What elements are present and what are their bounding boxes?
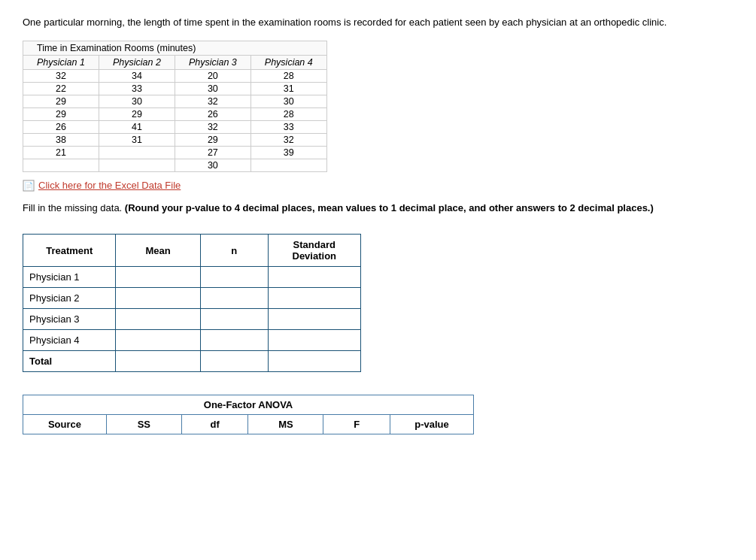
stats-std-input-2[interactable] [269, 309, 360, 329]
data-cell-2-2: 32 [175, 95, 250, 107]
data-cell-4-3: 33 [250, 120, 326, 133]
stats-std-input-3[interactable] [269, 330, 360, 350]
data-cell-6-1 [99, 146, 175, 159]
data-table-wrapper: Time in Examination Rooms (minutes) Phys… [23, 41, 733, 172]
data-cell-5-0: 38 [23, 133, 99, 146]
stats-std-4[interactable] [268, 351, 360, 372]
stats-mean-input-0[interactable] [116, 267, 199, 287]
stats-n-input-4[interactable] [201, 351, 268, 371]
data-cell-3-1: 29 [99, 107, 175, 120]
data-cell-0-0: 32 [23, 69, 99, 82]
stats-n-input-3[interactable] [201, 330, 268, 350]
col-header-ph1: Physician 1 [23, 55, 99, 69]
stats-mean-input-4[interactable] [116, 351, 199, 371]
data-cell-7-0 [23, 159, 99, 171]
data-cell-5-2: 29 [175, 133, 250, 146]
stats-std-input-0[interactable] [269, 267, 360, 287]
anova-col-df: df [181, 415, 248, 434]
stats-std-2[interactable] [268, 309, 360, 330]
col-header-ph4: Physician 4 [250, 55, 326, 69]
excel-link[interactable]: 📄 Click here for the Excel Data File [23, 180, 733, 192]
anova-table: Source SS df MS F p-value [23, 414, 474, 434]
stats-std-1[interactable] [268, 288, 360, 309]
anova-table-wrapper: One-Factor ANOVA Source SS df MS F p-val… [23, 395, 474, 434]
data-cell-0-2: 20 [175, 69, 250, 82]
data-cell-6-3: 39 [250, 146, 326, 159]
stats-col-mean: Mean [116, 235, 200, 267]
anova-col-ms: MS [248, 415, 323, 434]
fill-in-text: Fill in the missing data. (Round your p-… [23, 201, 733, 216]
stats-n-0[interactable] [200, 267, 268, 288]
data-cell-7-3 [250, 159, 326, 171]
data-cell-7-2: 30 [175, 159, 250, 171]
intro-text: One particular morning, the length of ti… [23, 15, 733, 30]
stats-label-2: Physician 3 [23, 309, 116, 330]
fill-in-bold: (Round your p-value to 4 decimal places,… [125, 202, 654, 213]
stats-col-std: StandardDeviation [268, 235, 360, 267]
anova-col-source: Source [23, 415, 107, 434]
data-table-title: Time in Examination Rooms (minutes) [23, 41, 327, 55]
data-cell-1-2: 30 [175, 82, 250, 95]
data-cell-5-1: 31 [99, 133, 175, 146]
data-cell-2-3: 30 [250, 95, 326, 107]
excel-icon: 📄 [23, 180, 35, 192]
data-cell-2-1: 30 [99, 95, 175, 107]
stats-label-4: Total [23, 351, 116, 372]
data-cell-0-1: 34 [99, 69, 175, 82]
stats-std-0[interactable] [268, 267, 360, 288]
stats-label-1: Physician 2 [23, 288, 116, 309]
stats-std-input-1[interactable] [269, 288, 360, 308]
stats-n-input-0[interactable] [201, 267, 268, 287]
data-cell-7-1 [99, 159, 175, 171]
excel-link-wrapper[interactable]: 📄 Click here for the Excel Data File [23, 180, 733, 192]
stats-col-n: n [200, 235, 268, 267]
stats-mean-4[interactable] [116, 351, 200, 372]
data-cell-1-1: 33 [99, 82, 175, 95]
stats-label-0: Physician 1 [23, 267, 116, 288]
data-cell-2-0: 29 [23, 95, 99, 107]
data-cell-4-1: 41 [99, 120, 175, 133]
data-cell-3-0: 29 [23, 107, 99, 120]
stats-mean-0[interactable] [116, 267, 200, 288]
stats-n-1[interactable] [200, 288, 268, 309]
stats-n-2[interactable] [200, 309, 268, 330]
anova-col-f: F [323, 415, 390, 434]
fill-in-prefix: Fill in the missing data. [23, 202, 125, 213]
data-cell-1-3: 31 [250, 82, 326, 95]
stats-n-input-1[interactable] [201, 288, 268, 308]
stats-std-3[interactable] [268, 330, 360, 351]
col-header-ph2: Physician 2 [99, 55, 175, 69]
excel-link-text: Click here for the Excel Data File [38, 180, 181, 191]
data-cell-4-0: 26 [23, 120, 99, 133]
stats-mean-3[interactable] [116, 330, 200, 351]
stats-col-treatment: Treatment [23, 235, 116, 267]
svg-text:📄: 📄 [24, 181, 34, 191]
data-cell-3-2: 26 [175, 107, 250, 120]
stats-mean-input-1[interactable] [116, 288, 199, 308]
stats-n-4[interactable] [200, 351, 268, 372]
data-cell-5-3: 32 [250, 133, 326, 146]
stats-n-3[interactable] [200, 330, 268, 351]
data-cell-3-3: 28 [250, 107, 326, 120]
data-cell-6-2: 27 [175, 146, 250, 159]
data-cell-4-2: 32 [175, 120, 250, 133]
col-header-ph3: Physician 3 [175, 55, 250, 69]
stats-table: Treatment Mean n StandardDeviation Physi… [23, 234, 361, 372]
data-cell-1-0: 22 [23, 82, 99, 95]
stats-mean-1[interactable] [116, 288, 200, 309]
anova-section: One-Factor ANOVA Source SS df MS F p-val… [23, 395, 733, 434]
anova-title: One-Factor ANOVA [23, 395, 474, 414]
data-table: Time in Examination Rooms (minutes) Phys… [23, 41, 327, 172]
stats-n-input-2[interactable] [201, 309, 268, 329]
stats-label-3: Physician 4 [23, 330, 116, 351]
stats-table-wrapper: Treatment Mean n StandardDeviation Physi… [23, 234, 733, 372]
stats-mean-input-2[interactable] [116, 309, 199, 329]
stats-std-input-4[interactable] [269, 351, 360, 371]
data-cell-6-0: 21 [23, 146, 99, 159]
stats-mean-input-3[interactable] [116, 330, 199, 350]
stats-mean-2[interactable] [116, 309, 200, 330]
data-cell-0-3: 28 [250, 69, 326, 82]
anova-col-pvalue: p-value [390, 415, 474, 434]
anova-col-ss: SS [106, 415, 181, 434]
